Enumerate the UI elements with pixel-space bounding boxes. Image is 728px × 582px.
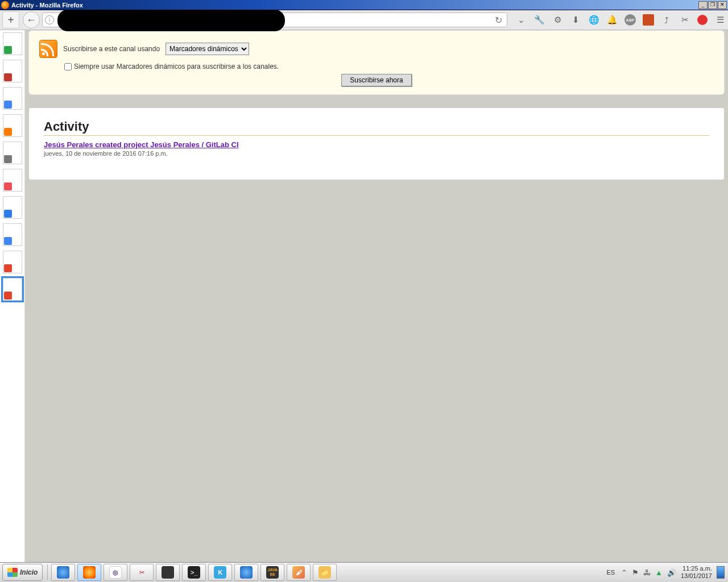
window-titlebar: Activity - Mozilla Firefox _ ❐ ✕ xyxy=(0,0,728,10)
firefox-logo-icon xyxy=(1,1,9,9)
share-icon[interactable]: ⤴ xyxy=(661,14,672,26)
tab-thumb[interactable] xyxy=(3,169,22,192)
tab-thumb[interactable] xyxy=(3,196,22,219)
extension-square-icon[interactable] xyxy=(643,14,654,26)
show-desktop-button[interactable] xyxy=(717,566,725,579)
taskbar-app-firefox[interactable] xyxy=(77,564,101,581)
gear-icon[interactable]: ⚙ xyxy=(552,14,563,26)
rss-always-checkbox[interactable] xyxy=(64,63,72,70)
rss-subscribe-label: Suscribirse a este canal usando xyxy=(63,45,160,53)
system-tray: ES ⌃ ⚑ 🖧 ▲ 🔊 11:25 a.m. 13/01/2017 xyxy=(605,565,725,580)
taskbar-app-k[interactable]: K xyxy=(208,564,232,581)
scissors-icon[interactable]: ✂ xyxy=(679,14,690,26)
tray-volume-icon[interactable]: 🔊 xyxy=(667,568,676,577)
tray-chevron-icon[interactable]: ⌃ xyxy=(621,568,627,577)
activity-item-date: jueves, 10 de noviembre de 2016 07:16 p.… xyxy=(44,150,709,157)
system-clock[interactable]: 11:25 a.m. 13/01/2017 xyxy=(681,565,712,580)
activity-panel: Activity Jesús Perales created project J… xyxy=(28,107,725,180)
start-button[interactable]: Inicio xyxy=(2,564,43,581)
taskbar-app-snip[interactable]: ✂ xyxy=(130,564,154,581)
activity-heading: Activity xyxy=(44,119,709,136)
abp-icon[interactable]: ABP xyxy=(624,14,636,26)
close-button[interactable]: ✕ xyxy=(718,1,727,9)
taskbar-app-explorer[interactable]: 📁 xyxy=(313,564,337,581)
taskbar-app-firefox-blue[interactable] xyxy=(51,564,75,581)
address-bar[interactable]: i ↻ xyxy=(42,13,507,27)
windows-flag-icon xyxy=(7,568,18,577)
rss-always-label: Siempre usar Marcadores dinámicos para s… xyxy=(74,63,279,70)
globe-icon[interactable]: 🌐 xyxy=(588,14,599,26)
maximize-button[interactable]: ❐ xyxy=(708,1,717,9)
tab-thumb[interactable] xyxy=(3,114,22,137)
taskbar-app-tor[interactable]: ◎ xyxy=(104,564,127,581)
rss-subscribe-box: Suscribirse a este canal usando Marcador… xyxy=(28,30,725,95)
site-info-icon[interactable]: i xyxy=(45,15,54,24)
browser-toolbar: + ← i ↻ ⌄ 🔧 ⚙ ⬇ 🌐 🔔 ABP ⤴ ✂ ☰ xyxy=(0,10,728,30)
clock-date: 13/01/2017 xyxy=(681,572,712,580)
tab-thumb[interactable] xyxy=(3,32,22,55)
subscribe-now-button[interactable]: Suscribirse ahora xyxy=(341,74,411,86)
tab-thumbnail-strip xyxy=(0,30,25,562)
tab-thumb[interactable] xyxy=(3,87,22,110)
tab-thumb[interactable] xyxy=(3,60,22,82)
page-content: Suscribirse a este canal usando Marcador… xyxy=(25,30,728,562)
tray-network-icon[interactable]: 🖧 xyxy=(643,568,651,577)
tray-flag-icon[interactable]: ⚑ xyxy=(632,568,639,577)
windows-taskbar: Inicio ◎ ✂ >_ K JAVAEE 🖌 📁 ES ⌃ ⚑ 🖧 ▲ 🔊 … xyxy=(0,562,728,582)
red-extension-icon[interactable] xyxy=(697,15,708,25)
rss-handler-select[interactable]: Marcadores dinámicos xyxy=(166,43,249,55)
tab-thumb[interactable] xyxy=(3,251,22,273)
wrench-icon[interactable]: 🔧 xyxy=(533,14,545,26)
taskbar-app-paint[interactable]: 🖌 xyxy=(287,564,311,581)
download-icon[interactable]: ⬇ xyxy=(570,14,581,26)
notifications-icon[interactable]: 🔔 xyxy=(606,14,618,26)
rss-icon xyxy=(39,40,57,58)
new-tab-button[interactable]: + xyxy=(2,11,19,28)
clock-time: 11:25 a.m. xyxy=(681,565,712,572)
window-title: Activity - Mozilla Firefox xyxy=(11,2,698,9)
taskbar-app-javaee[interactable]: JAVAEE xyxy=(260,564,284,581)
taskbar-app-notepadpp[interactable] xyxy=(156,564,180,581)
tab-thumb-active[interactable] xyxy=(3,278,22,301)
taskbar-separator xyxy=(47,564,48,580)
taskbar-app-terminal[interactable]: >_ xyxy=(182,564,206,581)
start-label: Inicio xyxy=(20,568,38,576)
tab-thumb[interactable] xyxy=(3,223,22,246)
activity-item-link[interactable]: Jesús Perales created project Jesús Pera… xyxy=(44,140,239,149)
reload-button[interactable]: ↻ xyxy=(492,14,504,26)
url-redacted xyxy=(57,10,285,31)
taskbar-app-thunderbird[interactable] xyxy=(234,564,258,581)
language-indicator[interactable]: ES xyxy=(605,568,617,576)
minimize-button[interactable]: _ xyxy=(698,1,708,9)
menu-icon[interactable]: ☰ xyxy=(714,14,726,26)
tab-thumb[interactable] xyxy=(3,142,22,164)
back-button[interactable]: ← xyxy=(23,11,40,28)
tray-drive-icon[interactable]: ▲ xyxy=(655,568,663,577)
pocket-icon[interactable]: ⌄ xyxy=(515,14,527,26)
